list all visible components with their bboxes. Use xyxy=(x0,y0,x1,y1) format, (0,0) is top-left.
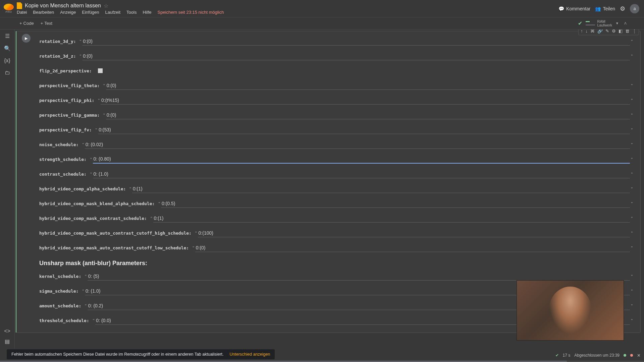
quote-open: " xyxy=(102,83,106,88)
form-input[interactable] xyxy=(82,37,630,46)
quote-open: " xyxy=(89,172,93,177)
link-icon[interactable]: 🔗 xyxy=(597,29,603,34)
quote-close: " xyxy=(630,39,634,44)
form-row: contrast_schedule:"" xyxy=(39,167,634,181)
search-icon[interactable]: 🔍 xyxy=(4,45,11,52)
document-title[interactable]: Kopie von Mensch altern lassen xyxy=(25,3,101,9)
error-text: Fehler beim automatischen Speichern Dies… xyxy=(11,352,224,357)
form-input[interactable] xyxy=(101,96,630,105)
gear-icon[interactable]: ⚙ xyxy=(620,5,625,12)
form-input[interactable] xyxy=(161,199,630,208)
quote-open: " xyxy=(194,231,198,236)
form-row: perspective_flip_gamma:"" xyxy=(39,108,634,122)
form-row: rotation_3d_y:"" xyxy=(39,34,634,49)
form-row: rotation_3d_z:"" xyxy=(39,49,634,63)
menu-tools[interactable]: Tools xyxy=(126,10,137,15)
menu-anzeige[interactable]: Anzeige xyxy=(60,10,76,15)
form-label: hybrid_video_comp_mask_blend_alpha_sched… xyxy=(39,201,157,206)
form-row: perspective_flip_theta:"" xyxy=(39,78,634,93)
edit-icon[interactable]: ✎ xyxy=(605,29,609,34)
run-cell-button[interactable]: ▶ xyxy=(22,34,31,43)
form-input[interactable] xyxy=(106,81,630,90)
colab-logo[interactable]: PRO xyxy=(3,3,15,15)
ram-indicator[interactable]: ✔ RAM Laufwerk ▼ xyxy=(578,20,620,27)
quote-close: " xyxy=(630,201,634,206)
quote-open: " xyxy=(81,142,85,147)
toc-icon[interactable]: ☰ xyxy=(5,33,10,39)
form-row: strength_schedule:"" xyxy=(39,152,634,167)
menu-laufzeit[interactable]: Laufzeit xyxy=(105,10,121,15)
quote-close: " xyxy=(630,127,634,132)
form-label: perspective_flip_fv: xyxy=(39,127,95,132)
diff-link[interactable]: Unterschied anzeigen xyxy=(230,352,270,357)
form-row: perspective_flip_fv:"" xyxy=(39,122,634,137)
form-label: hybrid_video_comp_mask_auto_contrast_cut… xyxy=(39,231,194,236)
notebook-content[interactable]: 1s ↑ ↓ ⌘ 🔗 ✎ ⚙ ◧ 🗑 ⋮ ▶ rotation_3d_y:""r… xyxy=(15,29,644,349)
form-input[interactable] xyxy=(132,185,630,193)
quote-open: " xyxy=(192,245,195,250)
form-input[interactable] xyxy=(93,155,630,164)
star-icon[interactable]: ☆ xyxy=(104,3,108,9)
form-input[interactable] xyxy=(106,111,630,119)
share-button[interactable]: 👥 Teilen xyxy=(595,6,615,11)
quote-close: " xyxy=(630,289,634,294)
close-icon[interactable]: ✕ xyxy=(637,353,641,358)
form-input[interactable] xyxy=(98,126,630,134)
form-row: hybrid_video_comp_mask_auto_contrast_cut… xyxy=(39,226,634,240)
form-input[interactable] xyxy=(198,229,630,237)
save-warning[interactable]: Speichern seit 23:15 nicht möglich xyxy=(157,10,224,15)
quote-open: " xyxy=(157,201,161,206)
delete-icon[interactable]: 🗑 xyxy=(625,29,630,34)
quote-open: " xyxy=(89,157,93,162)
form-label: perspective_flip_gamma: xyxy=(39,113,102,118)
progress-fill xyxy=(0,361,567,362)
form-input[interactable] xyxy=(93,170,630,178)
form-input[interactable] xyxy=(82,52,630,60)
quote-close: " xyxy=(630,231,634,236)
quote-close: " xyxy=(630,245,634,250)
quote-close: " xyxy=(630,142,634,147)
variables-icon[interactable]: {x} xyxy=(4,58,10,64)
form-input[interactable] xyxy=(85,140,630,149)
left-rail: ☰ 🔍 {x} 🗀 <> ▤ xyxy=(0,29,15,349)
check-icon: ✔ xyxy=(578,20,582,26)
move-up-icon[interactable]: ↑ xyxy=(581,29,583,34)
move-down-icon[interactable]: ↓ xyxy=(586,29,588,34)
comment-button[interactable]: 💬 Kommentar xyxy=(558,6,590,11)
caret-down-icon[interactable]: ▼ xyxy=(614,21,620,25)
form-input[interactable] xyxy=(88,272,630,281)
progress-track xyxy=(0,361,644,362)
terminal-icon[interactable]: ▤ xyxy=(5,338,10,345)
files-icon[interactable]: 🗀 xyxy=(5,70,10,76)
share-icon: 👥 xyxy=(595,6,601,11)
menu-bearbeiten[interactable]: Bearbeiten xyxy=(33,10,54,15)
form-label: hybrid_video_comp_mask_auto_contrast_cut… xyxy=(39,245,192,250)
menu-einfuegen[interactable]: Einfügen xyxy=(82,10,99,15)
checkbox[interactable] xyxy=(98,68,103,73)
code-toggle-icon[interactable]: <> xyxy=(4,328,10,334)
form-label: strength_schedule: xyxy=(39,157,89,162)
more-icon[interactable]: ⋮ xyxy=(632,29,637,34)
form-label: hybrid_video_comp_mask_contrast_schedule… xyxy=(39,216,150,221)
quote-open: " xyxy=(128,186,132,191)
top-bar: PRO Kopie von Mensch altern lassen ☆ Dat… xyxy=(0,0,644,17)
menu-hilfe[interactable]: Hilfe xyxy=(143,10,151,15)
avatar[interactable]: a xyxy=(630,4,639,13)
section-heading: Unsharp mask (anti-blur) Parameters: xyxy=(39,255,634,269)
form-input[interactable] xyxy=(195,244,630,252)
form-label: rotation_3d_y: xyxy=(39,39,79,44)
mirror-icon[interactable]: ◧ xyxy=(619,29,623,34)
quote-open: " xyxy=(102,113,106,118)
quote-open: " xyxy=(92,318,96,323)
form-input[interactable] xyxy=(153,214,630,223)
add-code-button[interactable]: + Code xyxy=(16,19,37,27)
form-row: flip_2d_perspective: xyxy=(39,63,634,78)
quote-close: " xyxy=(630,113,634,118)
add-text-button[interactable]: + Text xyxy=(37,19,56,27)
webcam-overlay xyxy=(517,280,624,341)
settings-icon[interactable]: ⚙ xyxy=(612,29,616,34)
status-dot-red xyxy=(630,354,633,357)
copy-link-icon[interactable]: ⌘ xyxy=(590,29,595,34)
menu-datei[interactable]: Datei xyxy=(17,10,27,15)
expand-icon[interactable]: ᐱ xyxy=(623,21,628,25)
